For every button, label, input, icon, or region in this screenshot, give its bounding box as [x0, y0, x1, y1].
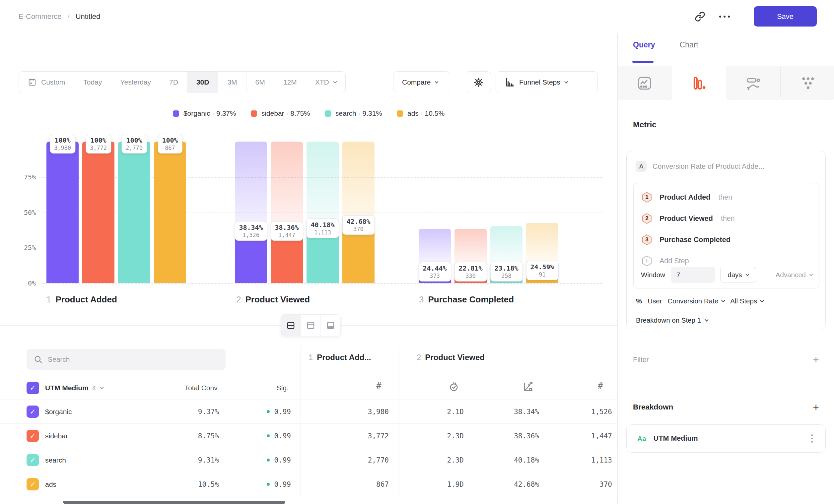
header-actions: Save [692, 6, 817, 26]
row-checkbox[interactable]: ✓ [26, 430, 39, 442]
bar-search-step2[interactable]: 40.18%1,113 [307, 142, 339, 283]
table-row-ads[interactable]: ✓ads10.5%0.998671.9D42.68%370 [0, 472, 617, 496]
bar-sidebar-step1[interactable]: 100%3,772 [82, 142, 114, 283]
table-step-column-1: 1Product Add... [309, 353, 371, 362]
significance-dot [267, 459, 270, 462]
date-range-3m[interactable]: 3M [218, 72, 246, 93]
flow-icon [745, 76, 761, 91]
panel-step-3[interactable]: 3Purchase Completed [641, 230, 730, 249]
bar-sidebar-step2[interactable]: 38.36%1,447 [271, 142, 303, 283]
chart-step-label-1: 1Product Added [46, 294, 117, 305]
row-checkbox[interactable]: ✓ [26, 406, 39, 418]
legend-item-organic[interactable]: $organic · 9.37% [173, 109, 236, 117]
search-input[interactable] [48, 356, 218, 363]
bar-value-chip: 40.18%1,113 [306, 219, 339, 238]
more-menu-button[interactable] [717, 9, 732, 24]
group-by-header[interactable]: UTM Medium 4 [45, 382, 103, 394]
solid-bar [154, 142, 186, 283]
metric-card: A Conversion Rate of Product Adde... 1Pr… [626, 151, 826, 329]
bar-search-step3[interactable]: 23.18%258 [490, 142, 523, 283]
y-axis-tick: 50% [5, 209, 36, 216]
date-range-xtd[interactable]: XTD [306, 72, 345, 93]
bar-organic-step3[interactable]: 24.44%373 [419, 142, 451, 283]
bar-value-chip: 42.68%370 [342, 215, 375, 235]
chart-type-scatter-tab[interactable] [781, 66, 834, 100]
date-range-today[interactable]: Today [74, 72, 111, 93]
window-value-input[interactable] [671, 267, 715, 283]
advanced-toggle[interactable]: Advanced [776, 271, 812, 279]
table-row-search[interactable]: ✓search9.31%0.992,7702.3D40.18%1,113 [0, 448, 617, 472]
date-range-custom[interactable]: Custom [19, 72, 74, 93]
add-breakdown-button[interactable]: + [813, 402, 819, 412]
date-range-yesterday[interactable]: Yesterday [111, 72, 160, 93]
panel-step-1[interactable]: 1Product Addedthen [641, 188, 732, 207]
date-range-12m[interactable]: 12M [275, 72, 306, 93]
step-metric-value: 2.3D [397, 448, 464, 472]
bar-ads-step1[interactable]: 100%867 [154, 142, 186, 283]
bar-ads-step2[interactable]: 42.68%370 [342, 142, 375, 283]
settings-button[interactable] [466, 71, 491, 93]
significance-dot [267, 410, 270, 413]
add-filter-button[interactable]: + [813, 354, 819, 365]
chart-type-button[interactable]: Funnel Steps [496, 71, 598, 93]
date-range-6m[interactable]: 6M [246, 72, 275, 93]
step-metric-value: 38.36% [473, 424, 539, 448]
user-label[interactable]: User [648, 297, 662, 305]
date-range-7d[interactable]: 7D [160, 72, 188, 93]
legend-item-sidebar[interactable]: sidebar · 8.75% [251, 109, 310, 117]
legend-swatch [173, 110, 179, 117]
breakdown-section-row: Breakdown + [618, 399, 834, 415]
window-unit-select[interactable]: days [720, 267, 756, 283]
legend-item-search[interactable]: search · 9.31% [325, 109, 382, 117]
chart-type-flow-tab[interactable] [726, 66, 781, 100]
row-checkbox[interactable]: ✓ [26, 478, 39, 490]
tab-query[interactable]: Query [633, 41, 655, 49]
conversion-rate-select[interactable]: Conversion Rate [668, 297, 725, 305]
compare-button[interactable]: Compare [393, 71, 450, 93]
save-button[interactable]: Save [754, 6, 817, 26]
panel-step-2[interactable]: 2Product Viewedthen [641, 209, 735, 228]
step-metric-value: 42.68% [473, 472, 539, 496]
bar-search-step1[interactable]: 100%2,770 [118, 142, 150, 283]
bar-ads-step3[interactable]: 24.59%91 [526, 142, 558, 283]
total-conv-header[interactable]: Total Conv. [153, 382, 219, 394]
chart-type-line-tab[interactable] [618, 66, 672, 100]
bar-value-chip: 38.34%1,526 [235, 221, 267, 241]
conversion-window-row: Window days Advanced [641, 267, 812, 283]
table-row-organic[interactable]: ✓$organic9.37%0.993,9802.1D38.34%1,526 [0, 399, 617, 424]
step-metric-value: 2,770 [323, 448, 389, 472]
select-all-checkbox[interactable]: ✓ [26, 382, 39, 394]
funnel-step-group-1: 100%3,980100%3,772100%2,770100%867 [46, 142, 186, 283]
breadcrumb-project[interactable]: E-Commerce [19, 12, 62, 21]
chart-type-funnel-tab[interactable] [672, 66, 726, 100]
bar-sidebar-step3[interactable]: 22.81%330 [455, 142, 487, 283]
sig-header[interactable]: Sig. [239, 382, 289, 394]
breakdown-item[interactable]: Aa UTM Medium [626, 425, 826, 453]
funnel-bars-icon [692, 76, 707, 91]
layout-top-button[interactable] [301, 315, 321, 336]
layout-split-button[interactable] [281, 315, 301, 336]
row-checkbox[interactable]: ✓ [26, 454, 39, 466]
horizontal-scrollbar[interactable] [63, 501, 285, 504]
layout-bottom-button[interactable] [321, 315, 341, 336]
bar-organic-step1[interactable]: 100%3,980 [46, 142, 79, 283]
row-label: sidebar [45, 424, 68, 448]
step-metric-value: 1,526 [546, 399, 612, 424]
share-link-button[interactable] [692, 9, 708, 24]
bar-value-chip: 100%2,770 [122, 134, 147, 154]
metric-title: Conversion Rate of Product Adde... [653, 162, 764, 171]
breadcrumb-title[interactable]: Untitled [75, 12, 101, 21]
table-row-sidebar[interactable]: ✓sidebar8.75%0.993,7722.3D38.36%1,447 [0, 424, 617, 448]
header-divider [743, 8, 743, 25]
date-range-30d[interactable]: 30D [188, 72, 219, 93]
all-steps-select[interactable]: All Steps [730, 297, 763, 305]
breakdown-on-step-select[interactable]: Breakdown on Step 1 [636, 314, 708, 327]
bar-value-chip: 38.36%1,447 [270, 221, 303, 241]
tab-chart[interactable]: Chart [679, 41, 698, 49]
metric-summary[interactable]: A Conversion Rate of Product Adde... [636, 161, 764, 172]
breakdown-options-button[interactable] [809, 432, 815, 445]
bar-value-chip: 24.44%373 [418, 262, 451, 281]
legend-swatch [325, 110, 331, 117]
legend-item-ads[interactable]: ads · 10.5% [397, 109, 444, 117]
bar-organic-step2[interactable]: 38.34%1,526 [235, 142, 267, 283]
